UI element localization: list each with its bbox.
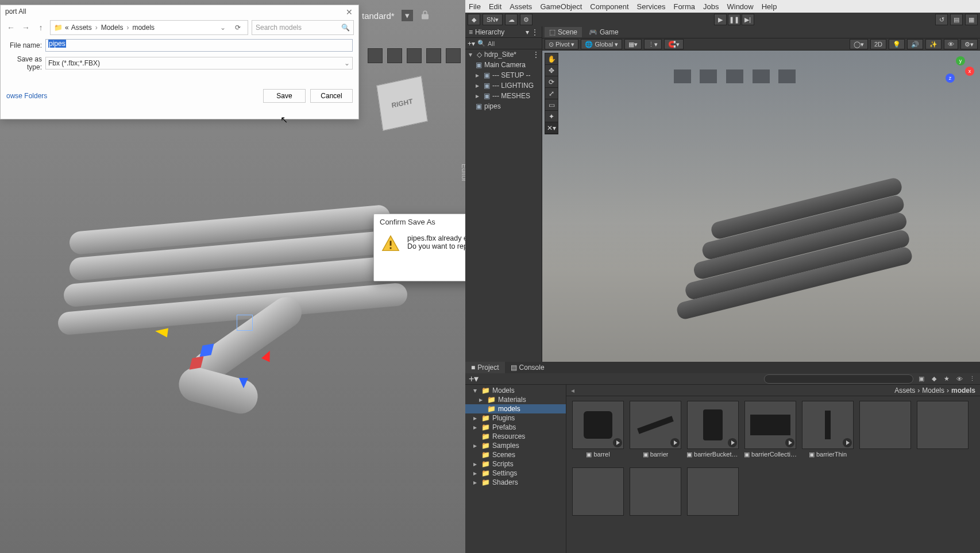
asset-item[interactable]: ▣ barrierThin	[801, 401, 855, 464]
tree-folder[interactable]: ▸📁Prefabs	[465, 423, 566, 432]
tree-folder[interactable]: ▾📁Models	[465, 386, 566, 395]
lighting-icon[interactable]: 💡	[889, 39, 905, 49]
breadcrumb-part[interactable]: Assets	[71, 24, 92, 32]
rotate-tool-icon[interactable]: ⟳	[545, 76, 558, 88]
menu-services[interactable]: Services	[637, 2, 666, 11]
menu-jobs[interactable]: Jobs	[703, 2, 719, 11]
shelf-icon[interactable]	[387, 48, 402, 63]
tree-folder[interactable]: ▸📁Samples	[465, 441, 566, 450]
panel-options-icon[interactable]: ⋮	[531, 28, 538, 36]
close-icon[interactable]: ✕	[346, 7, 354, 16]
breadcrumb-part[interactable]: Models	[101, 24, 124, 32]
asset-item[interactable]	[686, 467, 740, 531]
asset-item[interactable]: ▣ barrier	[628, 401, 682, 464]
view-cube[interactable]: RIGHT	[376, 76, 428, 131]
orientation-gizmo[interactable]: x y z	[946, 56, 974, 85]
fx-icon[interactable]: ✨	[925, 39, 942, 49]
sn-dropdown[interactable]: SN ▾	[483, 14, 503, 25]
menu-forma[interactable]: Forma	[673, 2, 695, 11]
project-search-input[interactable]	[764, 374, 913, 384]
asset-item[interactable]	[858, 401, 912, 464]
search-by-label-icon[interactable]: ◆	[929, 374, 939, 384]
console-tab[interactable]: ▤Console	[505, 362, 550, 373]
global-toggle[interactable]: 🌐Global▾	[581, 39, 622, 49]
cancel-button[interactable]: Cancel	[310, 89, 353, 103]
breadcrumb-part[interactable]: Models	[922, 386, 944, 395]
audio-icon[interactable]: 🔊	[907, 39, 923, 49]
panel-menu-icon[interactable]: ▾	[526, 28, 529, 36]
chevron-down-icon[interactable]: ⌄	[217, 24, 229, 32]
hierarchy-item[interactable]: ▸▣--- SETUP --	[465, 70, 542, 80]
breadcrumb-part[interactable]: models	[951, 386, 975, 395]
custom-tool-icon[interactable]: ✕▾	[545, 122, 558, 134]
asset-item[interactable]	[571, 467, 625, 531]
grid-snap-icon[interactable]: ▦▾	[624, 39, 642, 49]
shelf-icon[interactable]	[407, 48, 422, 63]
breadcrumb-part[interactable]: models	[132, 24, 155, 32]
browse-folders-link[interactable]: owse Folders	[6, 92, 47, 100]
snap-icon[interactable]: 🧲▾	[664, 39, 684, 49]
pause-button[interactable]: ❚❚	[728, 14, 740, 25]
back-icon[interactable]: ◂	[571, 386, 574, 395]
step-button[interactable]: ▶|	[742, 14, 754, 25]
menu-window[interactable]: Window	[727, 2, 753, 11]
tree-folder[interactable]: ▸📁Scripts	[465, 459, 566, 469]
dropdown-icon[interactable]: ▾	[402, 10, 413, 21]
preview-play-icon[interactable]	[613, 438, 622, 447]
hand-tool-icon[interactable]: ✋	[545, 53, 558, 65]
up-icon[interactable]: ↑	[35, 22, 47, 33]
game-tab[interactable]: 🎮Game	[584, 27, 623, 37]
pivot-toggle[interactable]: ⊙Pivot▾	[545, 39, 578, 49]
context-menu-icon[interactable]: ⋮	[533, 51, 539, 59]
breadcrumb-path[interactable]: 📁 « Assets › Models › models ⌄ ⟳	[50, 20, 248, 35]
hierarchy-item[interactable]: ▣Main Camera	[465, 60, 542, 70]
gizmos-icon[interactable]: ⚙▾	[960, 39, 978, 49]
draw-mode-icon[interactable]: ◯▾	[850, 39, 868, 49]
menu-file[interactable]: File	[469, 2, 481, 11]
hierarchy-item[interactable]: ▣pipes	[465, 101, 542, 111]
scene-view[interactable]: ✋ ✥ ⟳ ⤢ ▭ ✦ ✕▾ x y z	[542, 51, 980, 362]
shelf-icon[interactable]	[368, 48, 383, 63]
favorites-icon[interactable]: ★	[942, 374, 951, 384]
shelf-icon[interactable]	[446, 48, 461, 63]
hierarchy-item[interactable]: ▸▣--- LIGHTING	[465, 80, 542, 91]
menu-component[interactable]: Component	[590, 2, 628, 11]
hierarchy-item[interactable]: ▸▣--- MESHES	[465, 91, 542, 101]
move-tool-icon[interactable]: ✥	[545, 65, 558, 76]
filename-input[interactable]: pipes	[45, 39, 353, 52]
layout-icon[interactable]: ▦	[965, 14, 978, 25]
refresh-icon[interactable]: ⟳	[232, 24, 244, 32]
preview-play-icon[interactable]	[670, 438, 680, 447]
tree-folder[interactable]: 📁Scenes	[465, 450, 566, 459]
back-icon[interactable]: ←	[5, 22, 17, 33]
tree-folder[interactable]: ▸📁Plugins	[465, 413, 566, 423]
gizmo-axis-y[interactable]	[239, 378, 248, 388]
scene-tab[interactable]: ⬚Scene	[545, 27, 582, 37]
hierarchy-filter[interactable]: All	[488, 40, 495, 47]
cloud-icon[interactable]: ☁	[505, 14, 518, 25]
account-icon[interactable]: ◆	[468, 14, 480, 25]
undo-history-icon[interactable]: ↺	[935, 14, 948, 25]
hidden-packages-icon[interactable]: 👁	[955, 374, 964, 384]
filetype-select[interactable]: Fbx (*.fbx;*.FBX) ⌄	[45, 57, 353, 69]
2d-toggle[interactable]: 2D	[870, 39, 886, 49]
tree-folder-selected[interactable]: 📁models	[465, 404, 566, 413]
transform-tool-icon[interactable]: ✦	[545, 111, 558, 122]
layers-icon[interactable]: ▤	[950, 14, 963, 25]
asset-item[interactable]	[916, 401, 970, 464]
create-plus-icon[interactable]: +▾	[468, 40, 475, 48]
tree-folder[interactable]: ▸📁Settings	[465, 469, 566, 478]
menu-edit[interactable]: Edit	[489, 2, 501, 11]
hidden-icon[interactable]: 👁	[944, 39, 958, 49]
breadcrumb-part[interactable]: Assets	[894, 386, 915, 395]
asset-item[interactable]: ▣ barrel	[571, 401, 625, 464]
rect-tool-icon[interactable]: ▭	[545, 99, 558, 111]
gear-icon[interactable]: ⚙	[520, 14, 533, 25]
tree-folder[interactable]: ▸📁Shaders	[465, 478, 566, 487]
forward-icon[interactable]: →	[20, 22, 32, 33]
project-tab[interactable]: ■Project	[465, 362, 505, 373]
increment-snap-icon[interactable]: ⋮▾	[644, 39, 662, 49]
create-plus-icon[interactable]: +▾	[469, 373, 479, 384]
menu-gameobject[interactable]: GameObject	[540, 2, 582, 11]
tree-folder[interactable]: 📁Resources	[465, 432, 566, 441]
